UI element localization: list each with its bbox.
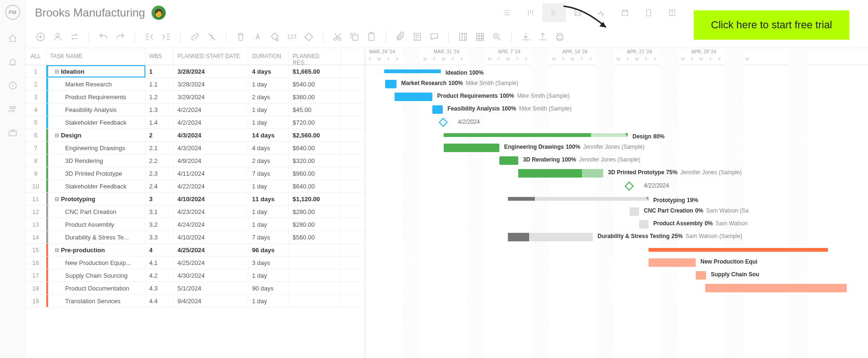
duration-cell[interactable]: 1 day: [248, 180, 289, 192]
resource-cell[interactable]: $540.00: [289, 78, 341, 90]
task-name-cell[interactable]: ⊟ Pre-production: [46, 244, 145, 256]
start-date-cell[interactable]: 4/3/2024: [174, 142, 248, 154]
gantt-bar[interactable]: [705, 284, 847, 292]
gantt-bar[interactable]: Prototyping19%: [508, 197, 649, 201]
task-name-cell[interactable]: Product Requirements: [46, 91, 145, 103]
task-name-cell[interactable]: Durability & Stress Te...: [46, 231, 145, 243]
resource-cell[interactable]: $560.00: [289, 231, 341, 243]
start-date-cell[interactable]: 4/10/2024: [174, 193, 248, 205]
gantt-bar[interactable]: Product Assembly0%Sam Watson: [639, 220, 649, 229]
resource-cell[interactable]: $360.00: [289, 91, 341, 103]
resource-cell[interactable]: [289, 282, 341, 294]
col-header-wbs[interactable]: WBS: [145, 48, 174, 65]
wbs-cell[interactable]: 3: [145, 193, 174, 205]
board-view-tab[interactable]: [519, 3, 542, 22]
table-row[interactable]: 10 Stakeholder Feedback 2.4 4/22/2024 1 …: [25, 180, 365, 193]
task-name-cell[interactable]: Engineering Drawings: [46, 142, 145, 154]
gantt-bar[interactable]: [649, 248, 828, 252]
wbs-cell[interactable]: 4.2: [145, 269, 174, 281]
start-date-cell[interactable]: 4/2/2024: [174, 116, 248, 128]
duration-cell[interactable]: 1 day: [248, 205, 289, 218]
format-number-icon[interactable]: 123: [285, 30, 298, 43]
redo-icon[interactable]: [114, 30, 127, 43]
text-color-icon[interactable]: [251, 30, 264, 43]
resource-cell[interactable]: [289, 269, 341, 281]
link-icon[interactable]: [188, 30, 202, 43]
outdent-icon[interactable]: [143, 30, 156, 43]
resource-cell[interactable]: $720.00: [289, 116, 341, 128]
table-row[interactable]: 3 Product Requirements 1.2 3/29/2024 2 d…: [25, 91, 365, 103]
duration-cell[interactable]: 1 day: [248, 78, 289, 90]
wbs-cell[interactable]: 2.4: [145, 180, 174, 192]
list-view-tab[interactable]: [495, 3, 519, 22]
gantt-chart[interactable]: MAR, 24 '24MAR, 31 '24APR, 7 '24APR, 14 …: [365, 48, 868, 358]
task-name-cell[interactable]: Stakeholder Feedback: [46, 116, 145, 128]
start-date-cell[interactable]: 4/24/2024: [174, 218, 248, 230]
duration-cell[interactable]: 3 days: [248, 256, 289, 269]
start-date-cell[interactable]: 5/1/2024: [174, 282, 248, 294]
fill-color-icon[interactable]: [268, 30, 281, 43]
col-header-resource[interactable]: PLANNED RES...: [289, 48, 341, 65]
gantt-bar[interactable]: Market Research100%Mike Smith (Sample): [385, 80, 396, 88]
import-icon[interactable]: [519, 30, 532, 43]
columns-icon[interactable]: [456, 30, 470, 43]
table-row[interactable]: 5 Stakeholder Feedback 1.4 4/2/2024 1 da…: [25, 116, 365, 129]
table-row[interactable]: 17 Supply Chain Sourcing 4.2 4/30/2024 1…: [25, 269, 365, 282]
notifications-icon[interactable]: [8, 57, 18, 67]
user-avatar[interactable]: 🧑: [152, 6, 166, 20]
start-date-cell[interactable]: 4/30/2024: [174, 269, 248, 281]
gantt-bar[interactable]: Engineering Drawings100%Jennifer Jones (…: [444, 144, 499, 152]
wbs-cell[interactable]: 1.3: [145, 103, 174, 116]
copy-icon[interactable]: [348, 30, 361, 43]
duration-cell[interactable]: 1 day: [248, 295, 289, 307]
task-name-cell[interactable]: New Production Equip...: [46, 256, 145, 269]
table-row[interactable]: 2 Market Research 1.1 3/28/2024 1 day $5…: [25, 78, 365, 91]
add-task-icon[interactable]: [34, 30, 47, 43]
start-date-cell[interactable]: 3/28/2024: [174, 78, 248, 90]
table-row[interactable]: 11 ⊟ Prototyping 3 4/10/2024 11 days $1,…: [25, 193, 365, 205]
task-name-cell[interactable]: ⊟ Design: [46, 129, 145, 141]
resource-cell[interactable]: [289, 244, 341, 256]
priority-icon[interactable]: [302, 30, 315, 43]
duration-cell[interactable]: 1 day: [248, 218, 289, 230]
duration-cell[interactable]: 2 days: [248, 154, 289, 167]
table-row[interactable]: 7 Engineering Drawings 2.1 4/3/2024 4 da…: [25, 142, 365, 154]
swap-icon[interactable]: [68, 30, 81, 43]
start-date-cell[interactable]: 3/28/2024: [174, 65, 248, 77]
paste-icon[interactable]: [365, 30, 378, 43]
col-header-duration[interactable]: DURATION: [248, 48, 289, 65]
duration-cell[interactable]: 1 day: [248, 103, 289, 116]
comment-icon[interactable]: [428, 30, 441, 43]
resource-cell[interactable]: [289, 256, 341, 269]
task-name-cell[interactable]: ⊟ Ideation: [46, 65, 145, 77]
resource-cell[interactable]: $45.00: [289, 103, 341, 116]
gantt-bar[interactable]: 3D Rendering100%Jennifer Jones (Sample): [499, 156, 518, 165]
task-name-cell[interactable]: Product Assembly: [46, 218, 145, 230]
task-name-cell[interactable]: Stakeholder Feedback: [46, 180, 145, 192]
duration-cell[interactable]: 1 day: [248, 116, 289, 128]
milestone-icon[interactable]: [438, 118, 448, 127]
duration-cell[interactable]: 4 days: [248, 142, 289, 154]
wbs-cell[interactable]: 1.4: [145, 116, 174, 128]
gantt-bar[interactable]: Ideation100%: [384, 69, 441, 73]
wbs-cell[interactable]: 1.1: [145, 78, 174, 90]
team-icon[interactable]: [8, 104, 18, 114]
file-view-tab[interactable]: [637, 3, 660, 22]
table-row[interactable]: 4 Feasibility Analysis 1.3 4/2/2024 1 da…: [25, 103, 365, 116]
table-row[interactable]: 13 Product Assembly 3.2 4/24/2024 1 day …: [25, 218, 365, 231]
gantt-bar[interactable]: Design80%: [444, 133, 628, 137]
wbs-cell[interactable]: 4.4: [145, 295, 174, 307]
table-row[interactable]: 12 CNC Part Creation 3.1 4/23/2024 1 day…: [25, 205, 365, 218]
wbs-cell[interactable]: 2: [145, 129, 174, 141]
task-name-cell[interactable]: ⊟ Prototyping: [46, 193, 145, 205]
resource-cell[interactable]: $960.00: [289, 167, 341, 179]
table-row[interactable]: 6 ⊟ Design 2 4/3/2024 14 days $2,560.00: [25, 129, 365, 142]
table-row[interactable]: 8 3D Rendering 2.2 4/9/2024 2 days $320.…: [25, 154, 365, 167]
resource-cell[interactable]: $640.00: [289, 180, 341, 192]
cut-icon[interactable]: [331, 30, 344, 43]
wbs-cell[interactable]: 1.2: [145, 91, 174, 103]
notes-icon[interactable]: [411, 30, 424, 43]
grid-icon[interactable]: [473, 30, 487, 43]
start-date-cell[interactable]: 4/23/2024: [174, 205, 248, 218]
table-row[interactable]: 15 ⊟ Pre-production 4 4/25/2024 96 days: [25, 244, 365, 256]
